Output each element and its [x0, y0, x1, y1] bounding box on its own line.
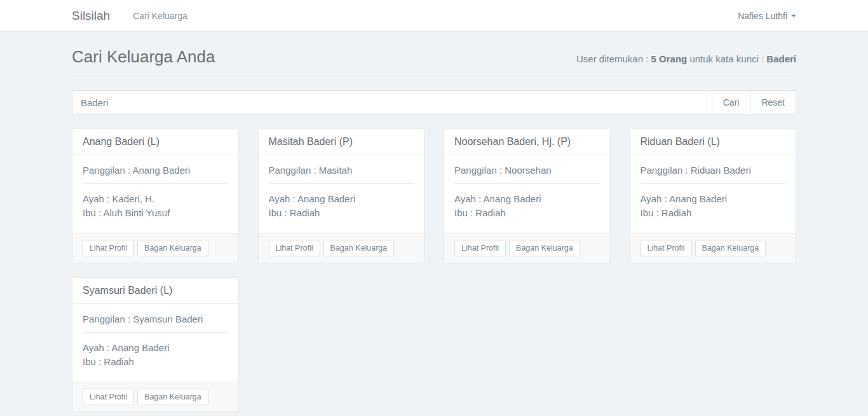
person-nickname: Panggilan : Syamsuri Baderi: [83, 314, 228, 324]
card-divider: [83, 332, 228, 333]
reset-button[interactable]: Reset: [750, 90, 796, 114]
user-menu-dropdown[interactable]: Nafies Luthfi: [738, 11, 796, 21]
person-father: Ayah : Anang Baderi: [454, 192, 600, 206]
bagan-keluarga-button[interactable]: Bagan Keluarga: [137, 240, 208, 256]
card-divider: [641, 183, 786, 184]
search-input[interactable]: [72, 90, 712, 114]
person-card-title: Riduan Baderi (L): [630, 129, 796, 155]
person-card-body: Panggilan : Noorsehan Ayah : Anang Bader…: [444, 155, 610, 233]
person-card: Noorsehan Baderi, Hj. (P) Panggilan : No…: [444, 128, 611, 263]
card-divider: [454, 183, 600, 184]
brand-link[interactable]: Silsilah: [72, 9, 110, 23]
search-result-summary: User ditemukan : 5 Orang untuk kata kunc…: [576, 53, 796, 64]
person-father: Ayah : Anang Baderi: [269, 192, 414, 206]
person-father: Ayah : Anang Baderi: [83, 341, 228, 355]
person-card-footer: Lihat Profil Bagan Keluarga: [72, 382, 238, 412]
person-mother: Ibu : Radiah: [641, 206, 786, 220]
lihat-profil-button[interactable]: Lihat Profil: [641, 240, 692, 256]
result-prefix: User ditemukan :: [576, 53, 651, 64]
result-count: 5 Orang: [651, 53, 688, 64]
person-card: Masitah Baderi (P) Panggilan : Masitah A…: [258, 128, 425, 263]
person-card-footer: Lihat Profil Bagan Keluarga: [630, 233, 796, 263]
card-divider: [83, 183, 228, 184]
person-mother: Ibu : Radiah: [454, 206, 600, 220]
person-mother: Ibu : Radiah: [269, 206, 414, 220]
bagan-keluarga-button[interactable]: Bagan Keluarga: [137, 389, 208, 405]
person-card-footer: Lihat Profil Bagan Keluarga: [72, 233, 238, 263]
cari-button[interactable]: Cari: [712, 90, 751, 114]
person-nickname: Panggilan : Anang Baderi: [83, 165, 228, 176]
card-divider: [269, 183, 414, 184]
person-nickname: Panggilan : Masitah: [269, 165, 414, 176]
person-father: Ayah : Kaderi, H.: [83, 192, 228, 206]
cards-grid: Anang Baderi (L) Panggilan : Anang Bader…: [72, 128, 796, 416]
person-card-body: Panggilan : Masitah Ayah : Anang Baderi …: [259, 155, 424, 233]
person-card: Anang Baderi (L) Panggilan : Anang Bader…: [72, 128, 239, 263]
person-card-footer: Lihat Profil Bagan Keluarga: [259, 233, 424, 263]
person-card: Syamsuri Baderi (L) Panggilan : Syamsuri…: [72, 277, 239, 412]
result-middle: untuk kata kunci :: [687, 53, 766, 64]
user-menu-label: Nafies Luthfi: [738, 11, 787, 21]
lihat-profil-button[interactable]: Lihat Profil: [454, 240, 506, 256]
person-card-title: Syamsuri Baderi (L): [72, 278, 238, 304]
lihat-profil-button[interactable]: Lihat Profil: [269, 240, 320, 256]
bagan-keluarga-button[interactable]: Bagan Keluarga: [695, 240, 766, 256]
lihat-profil-button[interactable]: Lihat Profil: [83, 240, 134, 256]
page-title: Cari Keluarga Anda: [72, 47, 215, 67]
result-keyword: Baderi: [766, 53, 796, 64]
bagan-keluarga-button[interactable]: Bagan Keluarga: [323, 240, 395, 256]
person-nickname: Panggilan : Noorsehan: [454, 165, 600, 176]
person-mother: Ibu : Aluh Binti Yusuf: [83, 206, 228, 220]
lihat-profil-button[interactable]: Lihat Profil: [83, 389, 134, 405]
person-father: Ayah : Anang Baderi: [641, 192, 786, 206]
search-form: Cari Reset: [72, 90, 796, 114]
navbar: Silsilah Cari Keluarga Nafies Luthfi: [0, 0, 868, 32]
person-card-title: Noorsehan Baderi, Hj. (P): [444, 129, 610, 155]
page-header: Cari Keluarga Anda User ditemukan : 5 Or…: [72, 47, 796, 76]
person-card-footer: Lihat Profil Bagan Keluarga: [444, 233, 610, 263]
person-card-body: Panggilan : Riduan Baderi Ayah : Anang B…: [630, 155, 796, 233]
chevron-down-icon: [791, 15, 796, 17]
person-card: Riduan Baderi (L) Panggilan : Riduan Bad…: [630, 128, 797, 263]
nav-item-cari-keluarga[interactable]: Cari Keluarga: [133, 11, 187, 21]
person-card-body: Panggilan : Syamsuri Baderi Ayah : Anang…: [72, 304, 238, 382]
person-mother: Ibu : Radiah: [83, 355, 228, 369]
bagan-keluarga-button[interactable]: Bagan Keluarga: [509, 240, 580, 256]
person-card-body: Panggilan : Anang Baderi Ayah : Kaderi, …: [72, 155, 238, 233]
person-nickname: Panggilan : Riduan Baderi: [641, 165, 786, 176]
person-card-title: Masitah Baderi (P): [259, 129, 424, 155]
person-card-title: Anang Baderi (L): [72, 129, 238, 155]
